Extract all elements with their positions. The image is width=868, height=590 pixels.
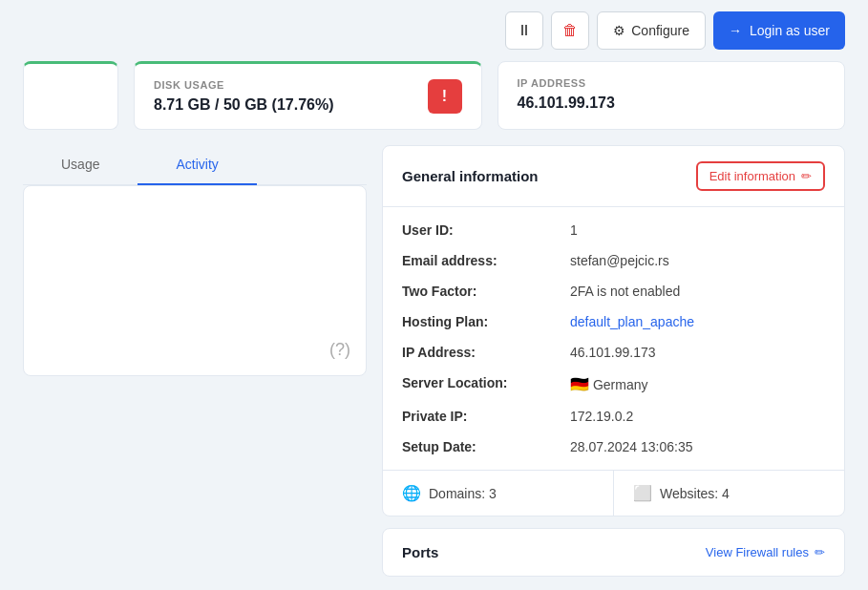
info-card-header: General information Edit information ✏ <box>383 146 844 207</box>
edit-icon: ✏ <box>801 169 812 183</box>
field-label-ip: IP Address: <box>402 345 555 360</box>
configure-button[interactable]: ⚙ Configure <box>597 11 706 50</box>
ports-title: Ports <box>402 544 438 560</box>
login-as-user-button[interactable]: → Login as user <box>713 11 845 50</box>
field-label-2fa: Two Factor: <box>402 284 555 299</box>
configure-icon: ⚙ <box>613 23 625 38</box>
top-bar: ⏸ 🗑 ⚙ Configure → Login as user <box>0 0 868 61</box>
stats-row: 🌐 Domains: 3 ⬜ Websites: 4 <box>383 470 844 516</box>
login-icon: → <box>729 23 742 38</box>
info-table: User ID: 1 Email address: stefan@pejcic.… <box>383 207 844 470</box>
edit-label: Edit information <box>709 169 795 183</box>
field-value-ip: 46.101.99.173 <box>570 345 656 360</box>
cards-row: DISK USAGE 8.71 GB / 50 GB (17.76%) ! IP… <box>23 61 845 130</box>
websites-stat: ⬜ Websites: 4 <box>614 471 844 516</box>
field-label-private-ip: Private IP: <box>402 409 555 424</box>
table-row: IP Address: 46.101.99.173 <box>383 337 844 368</box>
ports-card: Ports View Firewall rules ✏ <box>382 528 845 577</box>
table-row: Server Location: 🇩🇪 Germany <box>383 368 844 401</box>
domains-icon: 🌐 <box>402 484 421 502</box>
ip-value: 46.101.99.173 <box>518 95 826 112</box>
ports-card-header: Ports View Firewall rules ✏ <box>383 529 844 576</box>
content-area: DISK USAGE 8.71 GB / 50 GB (17.76%) ! IP… <box>0 61 868 577</box>
domains-label: Domains: 3 <box>429 486 497 501</box>
field-value-email: stefan@pejcic.rs <box>570 253 669 268</box>
configure-label: Configure <box>631 23 689 38</box>
websites-label: Websites: 4 <box>660 486 730 501</box>
field-label-location: Server Location: <box>402 375 555 393</box>
field-label-plan: Hosting Plan: <box>402 314 555 329</box>
ip-label: IP ADDRESS <box>518 77 826 89</box>
tabs-row: Usage Activity <box>23 145 367 185</box>
tab-activity[interactable]: Activity <box>138 145 256 185</box>
alert-icon: ! <box>442 88 447 105</box>
field-value-location: 🇩🇪 Germany <box>570 375 647 393</box>
table-row: Hosting Plan: default_plan_apache <box>383 306 844 337</box>
disk-label: DISK USAGE <box>154 79 334 91</box>
table-row: User ID: 1 <box>383 215 844 245</box>
general-info-card: General information Edit information ✏ U… <box>382 145 845 516</box>
edit-information-button[interactable]: Edit information ✏ <box>696 161 825 191</box>
delete-button[interactable]: 🗑 <box>551 11 589 50</box>
table-row: Setup Date: 28.07.2024 13:06:35 <box>383 432 844 462</box>
field-value-userid: 1 <box>570 222 578 238</box>
login-label: Login as user <box>750 23 830 38</box>
tab-usage[interactable]: Usage <box>23 145 138 185</box>
main-layout: Usage Activity (?) General information E… <box>23 145 845 577</box>
germany-flag-icon: 🇩🇪 <box>570 376 589 392</box>
field-value-private-ip: 172.19.0.2 <box>570 409 633 424</box>
help-icon[interactable]: (?) <box>329 340 350 360</box>
right-panel: General information Edit information ✏ U… <box>382 145 845 577</box>
left-panel: (?) <box>23 185 367 376</box>
field-value-plan[interactable]: default_plan_apache <box>570 314 694 329</box>
table-row: Private IP: 172.19.0.2 <box>383 401 844 432</box>
field-label-setup-date: Setup Date: <box>402 439 555 454</box>
disk-alert-button[interactable]: ! <box>428 79 462 114</box>
table-row: Two Factor: 2FA is not enabled <box>383 276 844 306</box>
firewall-label: View Firewall rules <box>706 545 809 559</box>
field-value-2fa: 2FA is not enabled <box>570 284 680 299</box>
ip-address-card: IP ADDRESS 46.101.99.173 <box>498 61 846 130</box>
firewall-edit-icon: ✏ <box>815 545 825 559</box>
websites-icon: ⬜ <box>633 484 652 502</box>
view-firewall-rules-button[interactable]: View Firewall rules ✏ <box>706 545 825 559</box>
placeholder-card <box>23 61 118 130</box>
pause-button[interactable]: ⏸ <box>505 11 543 50</box>
field-label-email: Email address: <box>402 253 555 268</box>
delete-icon: 🗑 <box>562 22 578 39</box>
table-row: Email address: stefan@pejcic.rs <box>383 245 844 276</box>
general-info-title: General information <box>402 168 539 184</box>
field-label-userid: User ID: <box>402 222 555 238</box>
disk-usage-card: DISK USAGE 8.71 GB / 50 GB (17.76%) ! <box>134 61 482 130</box>
disk-value: 8.71 GB / 50 GB (17.76%) <box>154 96 334 114</box>
field-value-setup-date: 28.07.2024 13:06:35 <box>570 439 692 454</box>
pause-icon: ⏸ <box>517 22 532 39</box>
domains-stat: 🌐 Domains: 3 <box>383 471 614 516</box>
